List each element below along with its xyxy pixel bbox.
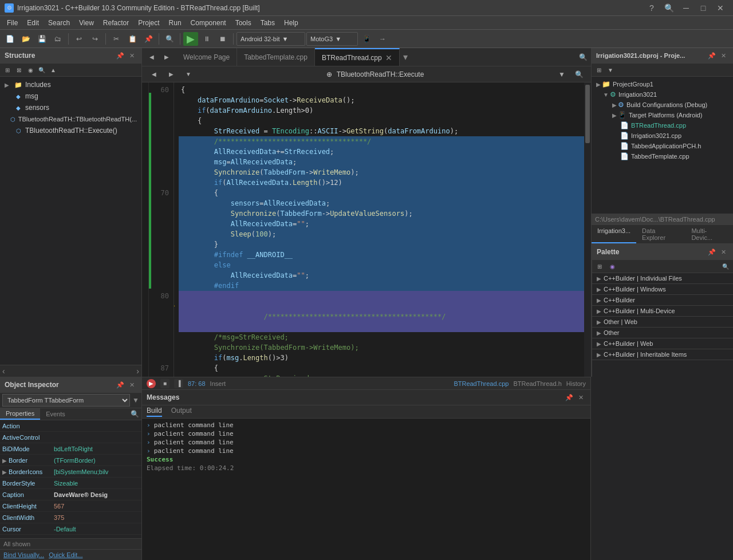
proj-tabbed-template[interactable]: 📄 TabbedTemplate.cpp (592, 151, 733, 161)
proj-root[interactable]: ▼ ⚙ Irrigation3021 (592, 89, 733, 100)
stop-button[interactable]: ⏹ (215, 32, 230, 46)
palette-group-inheritable-header[interactable]: ▶ C++Builder | Inheritable Items (592, 349, 733, 360)
obj-inspector-pin-button[interactable]: 📌 (115, 380, 125, 390)
find-button[interactable]: 🔍 (162, 32, 177, 46)
border-expand-arrow[interactable]: ▶ (2, 458, 7, 464)
device-icon[interactable]: 📱 (359, 32, 374, 46)
obj-dropdown-arrow[interactable]: ▼ (132, 396, 139, 404)
palette-group-cppbuilder-web-header[interactable]: ▶ C++Builder | Web (592, 338, 733, 349)
status-header-tab[interactable]: BTReadThread.h (513, 380, 561, 387)
save-button[interactable]: 💾 (34, 32, 49, 46)
palette-search-btn[interactable]: 🔍 (720, 261, 731, 271)
obj-inspector-close-button[interactable]: ✕ (127, 380, 137, 390)
minimize-button[interactable]: ─ (678, 0, 694, 16)
status-history-tab[interactable]: History (566, 380, 586, 387)
proj-build-config[interactable]: ▶ ⚙ Build Configurations (Debug) (592, 100, 733, 110)
paste-button[interactable]: 📌 (141, 32, 156, 46)
tree-item-constructor[interactable]: ⬡ TBluetoothReadTH::TBluetoothReadTH(... (0, 113, 141, 125)
code-content[interactable]: { dataFromArduino=Socket->ReceiveData();… (174, 82, 584, 377)
proj-group[interactable]: ▶ 📁 ProjectGroup1 (592, 79, 733, 89)
copy-button[interactable]: 📋 (125, 32, 140, 46)
menu-tabs[interactable]: Tabs (256, 18, 279, 28)
cut-button[interactable]: ✂ (109, 32, 124, 46)
tab-tabbed-template[interactable]: TabbedTemplate.cpp (237, 48, 315, 66)
palette-group-individual-header[interactable]: ▶ C++Builder | Individual Files (592, 273, 733, 283)
pause-button[interactable]: ⏸ (199, 32, 214, 46)
struct-btn5[interactable]: ▲ (48, 65, 58, 75)
proj-tabbed-pch[interactable]: 📄 TabbedApplicationPCH.h (592, 141, 733, 151)
tab-more-button[interactable]: ▾ (400, 48, 411, 66)
debug-stop-btn[interactable]: ■ (160, 379, 170, 388)
deploy-button[interactable]: → (375, 32, 390, 46)
menu-search[interactable]: Search (44, 18, 74, 28)
project-pin-button[interactable]: 📌 (707, 50, 717, 61)
proj-btn1[interactable]: ⊞ (594, 65, 604, 75)
messages-tab-output[interactable]: Output (171, 407, 192, 417)
struct-btn2[interactable]: ⊠ (14, 65, 24, 75)
prop-value-caption[interactable]: DaveWare® Desig (52, 490, 141, 499)
menu-refactor[interactable]: Refactor (98, 18, 133, 28)
debug-run-btn[interactable]: ▶ (147, 379, 156, 388)
messages-close-button[interactable]: ✕ (576, 392, 586, 403)
prop-value-cursor[interactable]: -Default (52, 524, 141, 534)
undo-button[interactable]: ↩ (72, 32, 86, 46)
scroll-right-btn[interactable]: › (136, 366, 139, 376)
open-button[interactable]: 📂 (18, 32, 33, 46)
redo-button[interactable]: ↪ (88, 32, 103, 46)
proj-irrigation-cpp[interactable]: 📄 Irrigation3021.cpp (592, 131, 733, 141)
quick-edit-button[interactable]: Quick Edit... (49, 551, 82, 558)
menu-component[interactable]: Component (186, 18, 231, 28)
structure-close-button[interactable]: ✕ (127, 50, 137, 61)
palette-group-other-header[interactable]: ▶ Other (592, 328, 733, 338)
bordericons-expand-arrow[interactable]: ▶ (2, 469, 7, 475)
messages-pin-button[interactable]: 📌 (564, 392, 574, 403)
search-title-button[interactable]: 🔍 (661, 0, 677, 16)
code-area[interactable]: 60 70 (142, 82, 591, 377)
editor-nav-forward[interactable]: ▶ (164, 68, 179, 81)
menu-run[interactable]: Run (164, 18, 186, 28)
close-button[interactable]: ✕ (712, 0, 728, 16)
struct-btn4[interactable]: 🔍 (37, 65, 47, 75)
prop-value-border[interactable]: (TFormBorder) (52, 456, 141, 465)
menu-file[interactable]: File (2, 18, 22, 28)
palette-group-other-web-header[interactable]: ▶ Other | Web (592, 317, 733, 327)
obj-tab-events[interactable]: Events (40, 409, 71, 419)
platform-dropdown[interactable]: Android 32-bit ▼ (237, 32, 305, 46)
scroll-left-btn[interactable]: ‹ (2, 366, 5, 376)
menu-help[interactable]: Help (279, 18, 303, 28)
proj-tab-data-explorer[interactable]: Data Explorer (636, 225, 685, 243)
editor-search-btn[interactable]: 🔍 (572, 68, 586, 81)
bind-visually-button[interactable]: Bind Visually... (3, 551, 44, 558)
device-dropdown[interactable]: MotoG3 ▼ (306, 32, 358, 46)
tree-item-sensors[interactable]: ◆ sensors (0, 102, 141, 113)
palette-close-button[interactable]: ✕ (718, 247, 728, 257)
tree-item-execute[interactable]: ⬡ TBluetoothReadTH::Execute() (0, 125, 141, 136)
palette-pin-button[interactable]: 📌 (707, 247, 717, 257)
proj-tab-multi-device[interactable]: Multi-Devic... (685, 225, 733, 243)
tab-prev-button[interactable]: ◀ (144, 50, 159, 64)
editor-nav-down[interactable]: ▼ (181, 68, 196, 81)
obj-search[interactable]: 🔍 (131, 410, 141, 418)
run-button[interactable]: ▶ (183, 32, 198, 46)
new-button[interactable]: 📄 (2, 32, 17, 46)
prop-value-bidimode[interactable]: bdLeftToRight (52, 444, 141, 453)
proj-tab-irrigation[interactable]: Irrigation3... (592, 225, 636, 243)
tab-btreadthread[interactable]: BTReadThread.cpp ✕ (315, 48, 400, 66)
tab-btreadthread-close[interactable]: ✕ (385, 53, 392, 62)
palette-group-windows-header[interactable]: ▶ C++Builder | Windows (592, 284, 733, 294)
help-button[interactable]: ? (644, 0, 660, 16)
struct-btn1[interactable]: ⊞ (2, 65, 13, 75)
debug-pause-btn[interactable]: ▐ (174, 379, 183, 388)
proj-target-platforms[interactable]: ▶ 📱 Target Platforms (Android) (592, 110, 733, 120)
proj-btn2[interactable]: ▼ (605, 65, 616, 75)
palette-group-multi-device-header[interactable]: ▶ C++Builder | Multi-Device (592, 306, 733, 316)
struct-btn3[interactable]: ◉ (25, 65, 36, 75)
menu-tools[interactable]: Tools (231, 18, 256, 28)
prop-value-bordericons[interactable]: [biSystemMenu;bilv (52, 467, 141, 476)
palette-btn2[interactable]: ◉ (607, 261, 617, 271)
project-close-button[interactable]: ✕ (718, 50, 728, 61)
proj-btreadthread-cpp[interactable]: 📄 BTReadThread.cpp (592, 120, 733, 131)
tree-item-msg[interactable]: ◆ msg (0, 90, 141, 102)
prop-value-clientwidth[interactable]: 375 (52, 513, 141, 522)
tree-item-includes[interactable]: ▶ 📁 Includes (0, 79, 141, 90)
